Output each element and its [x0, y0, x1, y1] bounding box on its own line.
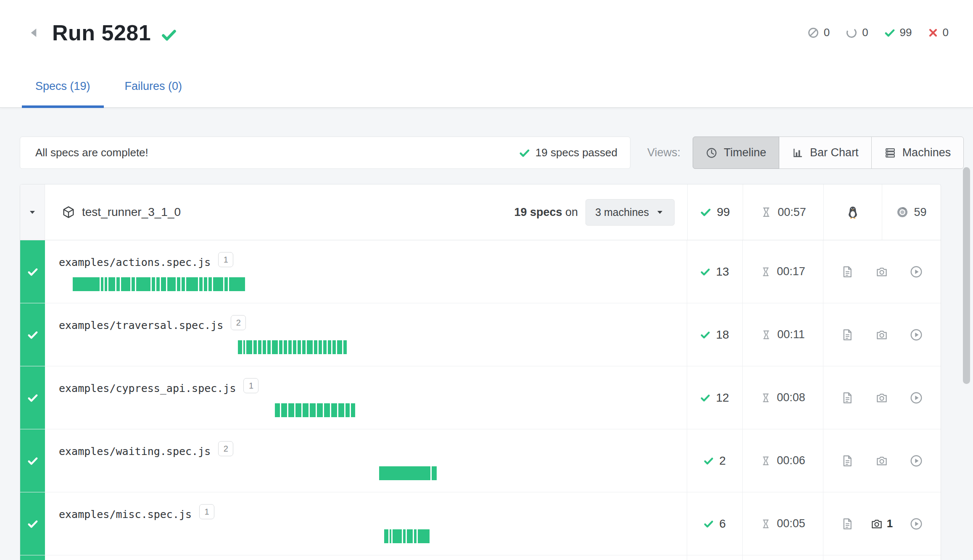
stat-pending: 0	[846, 26, 868, 39]
run-group-header: test_runner_3_1_0 19 specs on 3 machines…	[20, 184, 941, 240]
back-button[interactable]	[24, 23, 44, 42]
group-right: 19 specs on 3 machines	[514, 199, 687, 226]
stat-passed: 99	[884, 26, 912, 39]
bar-chart-icon	[792, 147, 804, 159]
machines-dropdown[interactable]: 3 machines	[585, 199, 675, 226]
spec-timeline-bar	[275, 403, 687, 417]
tab-specs[interactable]: Specs (19)	[34, 65, 92, 107]
spec-passed-count: 12	[687, 366, 743, 429]
stdout-doc-icon[interactable]	[841, 392, 854, 404]
spec-duration: 00:06	[743, 429, 823, 492]
video-play-icon[interactable]	[910, 517, 923, 531]
spec-duration: 00:11	[743, 303, 823, 366]
spec-duration-value: 00:08	[777, 391, 805, 404]
spec-row-partial	[20, 555, 941, 560]
stdout-doc-icon[interactable]	[841, 266, 854, 278]
group-collapse-toggle[interactable]	[20, 184, 45, 240]
screenshots-camera-icon[interactable]	[875, 392, 888, 404]
pending-icon	[846, 27, 857, 39]
spec-passed-value: 6	[719, 517, 726, 531]
tab-bar: Specs (19) Failures (0)	[0, 65, 973, 108]
caret-down-icon	[655, 207, 665, 217]
check-icon	[27, 266, 38, 277]
check-icon	[27, 518, 38, 529]
group-os	[824, 184, 882, 240]
spec-duration-value: 00:05	[777, 517, 805, 530]
machines-icon	[884, 147, 896, 159]
spec-main: examples/actions.spec.js 1	[45, 240, 687, 303]
spec-timeline-bar	[384, 529, 687, 543]
view-machines-button[interactable]: Machines	[871, 137, 964, 169]
spec-artifacts	[823, 429, 941, 492]
spec-badge: 1	[199, 504, 214, 519]
spec-passed-value: 2	[719, 454, 726, 468]
spec-passed-value: 18	[716, 328, 729, 342]
clock-icon	[706, 147, 717, 159]
spec-duration: 00:08	[743, 366, 823, 429]
stdout-doc-icon[interactable]	[841, 455, 854, 467]
spec-passed-count: 13	[687, 240, 743, 303]
run-header: Run 5281 0 0 99 0	[0, 0, 973, 65]
spec-filename: examples/cypress_api.spec.js	[59, 382, 236, 395]
stdout-doc-icon[interactable]	[841, 329, 854, 341]
page-scrollbar	[963, 67, 970, 560]
hourglass-icon	[760, 455, 771, 466]
spec-row-actions[interactable]: examples/actions.spec.js 1 13 00:17	[20, 240, 941, 303]
spec-row-traversal[interactable]: examples/traversal.spec.js 2 18 00:11	[20, 303, 941, 366]
group-duration-value: 00:57	[778, 206, 806, 219]
screenshots-camera-icon[interactable]	[875, 266, 888, 278]
spec-badge: 2	[218, 441, 233, 456]
screenshots-with-count[interactable]: 1	[870, 517, 893, 530]
screenshots-camera-icon[interactable]	[875, 455, 888, 467]
view-machines-label: Machines	[902, 146, 951, 159]
passed-check-icon	[884, 27, 895, 38]
spec-artifacts	[823, 303, 941, 366]
spec-duration-value: 00:17	[777, 265, 805, 278]
view-timeline-label: Timeline	[724, 146, 766, 159]
spec-status-passed	[20, 366, 45, 429]
stat-pending-value: 0	[862, 26, 868, 39]
stat-failed: 0	[928, 26, 949, 39]
hourglass-icon	[760, 392, 771, 403]
top-row: All specs are complete! 19 specs passed …	[20, 137, 973, 169]
spec-duration-value: 00:06	[777, 454, 805, 467]
group-specs-count-bold: 19 specs	[514, 206, 562, 218]
view-bar-chart-button[interactable]: Bar Chart	[779, 137, 872, 169]
hourglass-icon	[760, 206, 772, 218]
video-play-icon[interactable]	[910, 265, 923, 279]
check-icon	[27, 455, 38, 466]
spec-duration: 00:17	[743, 240, 823, 303]
run-result-stats: 0 0 99 0	[807, 26, 949, 39]
spec-duration-value: 00:11	[777, 328, 805, 341]
tab-failures[interactable]: Failures (0)	[123, 65, 184, 107]
run-passed-check-icon	[161, 27, 177, 43]
specs-table: test_runner_3_1_0 19 specs on 3 machines…	[20, 184, 941, 560]
scrollbar-thumb[interactable]	[963, 167, 970, 384]
check-icon	[519, 147, 530, 158]
check-icon	[700, 330, 710, 340]
views-label: Views:	[647, 146, 680, 159]
spec-duration: 00:05	[743, 492, 823, 555]
stdout-doc-icon[interactable]	[841, 518, 854, 530]
video-play-icon[interactable]	[910, 328, 923, 342]
spec-row-misc[interactable]: examples/misc.spec.js 1 6 00:05 1	[20, 492, 941, 555]
group-name: test_runner_3_1_0	[82, 205, 181, 219]
view-timeline-button[interactable]: Timeline	[693, 137, 779, 169]
video-play-icon[interactable]	[910, 454, 923, 468]
spec-passed-count	[687, 555, 743, 560]
video-play-icon[interactable]	[910, 391, 923, 405]
hourglass-icon	[760, 518, 771, 529]
spec-row-cypress-api[interactable]: examples/cypress_api.spec.js 1 12 00:08	[20, 366, 941, 429]
banner-message: All specs are complete!	[35, 146, 148, 159]
screenshots-camera-icon[interactable]	[875, 329, 888, 341]
spec-row-waiting[interactable]: examples/waiting.spec.js 2 2 00:06	[20, 429, 941, 492]
spec-main	[45, 555, 687, 560]
spec-timeline-bar	[379, 466, 687, 480]
stat-failed-value: 0	[943, 26, 949, 39]
views-switcher: Timeline Bar Chart Machines	[693, 137, 964, 169]
check-icon	[27, 329, 38, 340]
check-icon	[704, 519, 714, 529]
check-icon	[700, 207, 711, 218]
screenshots-camera-icon	[870, 518, 883, 530]
machines-dropdown-label: 3 machines	[595, 206, 649, 218]
